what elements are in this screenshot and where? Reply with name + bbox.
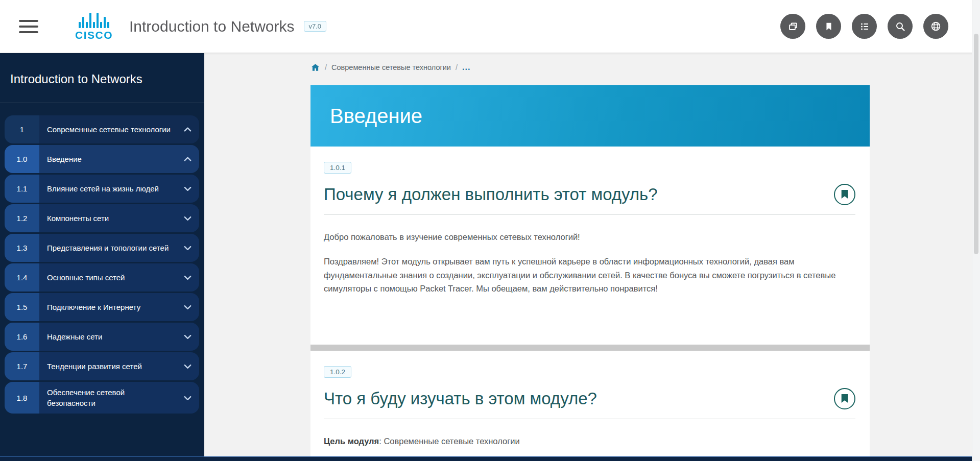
nav-item-number: 1.3: [5, 234, 39, 262]
scrollbar[interactable]: [972, 0, 980, 461]
header-icon-group: [780, 14, 948, 39]
section-number-badge: 1.0.2: [324, 366, 351, 378]
chevron-up-icon: [176, 145, 199, 173]
version-badge: v7.0: [304, 21, 327, 32]
cisco-logo-word: CISCO: [75, 29, 113, 41]
cisco-logo-bars-icon: [79, 12, 109, 28]
nav-item-label: Подключение к Интернету: [39, 293, 176, 321]
section-title: Почему я должен выполнить этот модуль?: [324, 185, 658, 204]
chevron-down-icon: [176, 234, 199, 262]
sidebar-item-1.5[interactable]: 1.5 Подключение к Интернету: [5, 293, 199, 321]
nav-item-number: 1.1: [5, 175, 39, 203]
breadcrumb-ellipsis[interactable]: ...: [462, 63, 470, 72]
globe-icon[interactable]: [923, 14, 948, 39]
home-icon[interactable]: [310, 63, 320, 72]
section-number-badge: 1.0.1: [324, 162, 351, 174]
scrollbar-thumb[interactable]: [974, 34, 978, 254]
chevron-down-icon: [176, 293, 199, 321]
body-paragraph: Поздравляем! Этот модуль открывает вам п…: [324, 255, 855, 295]
section-1-0-1: 1.0.1 Почему я должен выполнить этот мод…: [310, 147, 870, 345]
nav-item-label: Влияние сетей на жизнь людей: [39, 175, 176, 203]
sidebar-item-1.7[interactable]: 1.7 Тенденции развития сетей: [5, 352, 199, 380]
nav-item-label: Введение: [39, 145, 176, 173]
breadcrumb-separator: /: [325, 63, 327, 71]
module-goal-label: Цель модуля: [324, 436, 379, 446]
sidebar-item-1.4[interactable]: 1.4 Основные типы сетей: [5, 263, 199, 292]
breadcrumb-module[interactable]: Современные сетевые технологии: [331, 63, 451, 71]
lesson-card: Введение 1.0.1 Почему я должен выполнить…: [310, 85, 870, 461]
course-sidebar: Introduction to Networks 1 Современные с…: [0, 53, 204, 461]
nav-item-label: Тенденции развития сетей: [39, 352, 176, 380]
chevron-down-icon: [176, 175, 199, 203]
module-goal-value: : Современные сетевые технологии: [379, 436, 519, 446]
chevron-down-icon: [176, 382, 199, 414]
nav-item-number: 1.8: [5, 382, 39, 414]
course-title: Introduction to Networks: [129, 18, 294, 35]
section-divider: [310, 345, 870, 351]
pages-icon[interactable]: [780, 14, 805, 39]
chevron-down-icon: [176, 323, 199, 351]
sidebar-item-1.1[interactable]: 1.1 Влияние сетей на жизнь людей: [5, 175, 199, 203]
body-paragraph: Добро пожаловать в изучение современных …: [324, 230, 855, 244]
menu-toggle-button[interactable]: [19, 16, 38, 37]
top-header: CISCO Introduction to Networks v7.0: [0, 0, 980, 53]
nav-item-label: Представления и топологии сетей: [39, 234, 176, 262]
nav-item-number: 1: [5, 115, 39, 143]
section-body: Добро пожаловать в изучение современных …: [324, 230, 855, 296]
breadcrumb: / Современные сетевые технологии / ...: [310, 63, 980, 72]
section-title: Что я буду изучать в этом модуле?: [324, 389, 597, 408]
sidebar-item-1.6[interactable]: 1.6 Надежные сети: [5, 323, 199, 351]
nav-item-label: Современные сетевые технологии: [39, 115, 176, 143]
nav-item-label: Надежные сети: [39, 323, 176, 351]
search-icon[interactable]: [888, 14, 913, 39]
breadcrumb-separator: /: [456, 63, 458, 71]
bookmark-icon[interactable]: [816, 14, 841, 39]
nav-item-label: Компоненты сети: [39, 204, 176, 232]
bookmark-section-button[interactable]: [834, 184, 855, 205]
section-rule: [324, 419, 855, 419]
bookmark-icon: [841, 190, 849, 199]
section-1-0-2: 1.0.2 Что я буду изучать в этом модуле? …: [310, 351, 870, 461]
module-banner-title: Введение: [310, 105, 422, 128]
sidebar-item-1[interactable]: 1 Современные сетевые технологии: [5, 115, 199, 143]
section-rule: [324, 214, 855, 215]
sidebar-item-1.3[interactable]: 1.3 Представления и топологии сетей: [5, 234, 199, 262]
chevron-down-icon: [176, 263, 199, 292]
list-icon[interactable]: [852, 14, 877, 39]
chevron-down-icon: [176, 204, 199, 232]
nav-item-number: 1.6: [5, 323, 39, 351]
nav-item-number: 1.2: [5, 204, 39, 232]
module-goal: Цель модуля: Современные сетевые техноло…: [324, 434, 855, 448]
nav-item-number: 1.0: [5, 145, 39, 173]
nav-item-number: 1.4: [5, 263, 39, 292]
chevron-up-icon: [176, 115, 199, 143]
module-banner: Введение: [310, 85, 870, 147]
bookmark-section-button[interactable]: [834, 388, 855, 409]
cisco-logo: CISCO: [75, 12, 113, 41]
sidebar-item-1.0[interactable]: 1.0 Введение: [5, 145, 199, 173]
main-content: / Современные сетевые технологии / ... В…: [204, 53, 980, 461]
nav-item-number: 1.5: [5, 293, 39, 321]
bottom-bar: [0, 456, 980, 461]
nav-item-label: Обеспечение сетевой безопасности: [39, 382, 176, 414]
sidebar-item-1.2[interactable]: 1.2 Компоненты сети: [5, 204, 199, 232]
sidebar-course-title: Introduction to Networks: [0, 53, 204, 103]
chevron-down-icon: [176, 352, 199, 380]
bookmark-icon: [841, 394, 849, 403]
nav-item-label: Основные типы сетей: [39, 263, 176, 292]
sidebar-nav-list: 1 Современные сетевые технологии 1.0 Вве…: [0, 103, 204, 419]
nav-item-number: 1.7: [5, 352, 39, 380]
sidebar-item-1.8[interactable]: 1.8 Обеспечение сетевой безопасности: [5, 382, 199, 414]
